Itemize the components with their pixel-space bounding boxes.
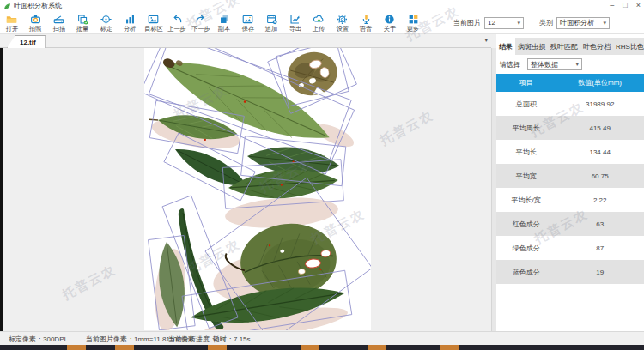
calibrate-target-icon xyxy=(100,14,112,25)
leaf-image[interactable] xyxy=(144,48,371,330)
row-label: 绿色成分 xyxy=(496,236,556,260)
about-info-icon xyxy=(384,14,395,25)
taskbar-item xyxy=(301,345,319,350)
export-chart-icon xyxy=(289,14,301,25)
canvas-left-edge xyxy=(0,48,3,331)
row-label: 平均周长 xyxy=(496,116,556,140)
category-value: 叶面积分析 xyxy=(560,18,594,27)
header-value: 数值(单位mm) xyxy=(556,74,644,92)
results-panel: 结果 病斑虫损 残叶匹配 叶色分档 RHS比色卡 请选择 整体数据 ▾ 项目 数… xyxy=(496,34,644,331)
current-image-select[interactable]: 12 ▾ xyxy=(484,17,524,29)
scanner-icon xyxy=(53,14,64,25)
table-row: 平均长134.44 xyxy=(496,140,644,164)
table-row: 平均周长415.49 xyxy=(496,116,644,140)
undo-arrow-icon xyxy=(172,14,183,25)
redo-arrow-icon xyxy=(195,14,206,25)
analyze-button[interactable]: 分析 xyxy=(118,11,143,34)
about-button[interactable]: 关于 xyxy=(378,11,402,34)
copy-icon xyxy=(219,14,230,25)
export-button[interactable]: 导出 xyxy=(283,11,307,34)
calibrate-button[interactable]: 标定 xyxy=(94,11,118,34)
app-title: 叶面积分析系统 xyxy=(14,1,62,10)
table-row: 红色成分63 xyxy=(496,212,644,236)
more-button[interactable]: 更多 xyxy=(402,11,426,34)
settings-button[interactable]: 设置 xyxy=(331,11,355,34)
analyze-chart-icon xyxy=(125,14,136,25)
tab-rhs-color-card[interactable]: RHS比色卡 xyxy=(613,38,644,55)
taskbar-item xyxy=(368,345,386,350)
taskbar-item xyxy=(67,345,86,350)
image-canvas[interactable] xyxy=(0,48,491,331)
taskbar-sliver xyxy=(0,345,644,350)
camera-icon xyxy=(30,14,41,25)
minimize-button[interactable]: – xyxy=(610,0,614,11)
table-row: 平均宽60.75 xyxy=(496,164,644,188)
tab-list-dropdown-icon[interactable]: ▾ xyxy=(484,37,488,44)
append-calendar-icon xyxy=(266,14,277,25)
current-image-value: 12 xyxy=(488,19,495,27)
save-button[interactable]: 保存 xyxy=(236,11,260,34)
title-bar: 叶面积分析系统 – □ × xyxy=(0,0,644,11)
copy-button[interactable]: 副本 xyxy=(213,11,237,34)
chevron-down-icon: ▾ xyxy=(575,61,579,68)
tab-disease-damage[interactable]: 病斑虫损 xyxy=(515,38,548,55)
table-row: 绿色成分87 xyxy=(496,236,644,260)
tab-results[interactable]: 结果 xyxy=(496,38,515,55)
data-scope-select[interactable]: 整体数据 ▾ xyxy=(527,58,582,70)
chevron-down-icon: ▾ xyxy=(603,20,606,27)
document-tab[interactable]: 12.tif xyxy=(7,35,46,48)
status-bar: 标定像素：300DPI 当前图片像素：1mm=11.81102像素 当前分析进度… xyxy=(0,331,644,345)
tab-residual-leaf-match[interactable]: 残叶匹配 xyxy=(548,38,580,55)
previous-step-button[interactable]: 上一步 xyxy=(166,11,190,34)
current-image-label: 当前图片 xyxy=(453,18,481,27)
data-scope-value: 整体数据 xyxy=(531,60,558,69)
row-label: 蓝色成分 xyxy=(496,260,556,284)
select-label: 请选择 xyxy=(500,60,520,69)
row-label: 平均宽 xyxy=(496,164,556,188)
close-button[interactable]: × xyxy=(636,0,641,11)
results-header-row: 项目 数值(单位mm) xyxy=(496,74,644,92)
taskbar-item xyxy=(440,345,459,350)
photo-button[interactable]: 拍照 xyxy=(24,11,48,34)
chevron-down-icon: ▾ xyxy=(517,20,520,27)
category-select[interactable]: 叶面积分析 ▾ xyxy=(556,17,610,29)
tab-leaf-color-grading[interactable]: 叶色分档 xyxy=(580,38,613,55)
results-panel-tabs: 结果 病斑虫损 残叶匹配 叶色分档 RHS比色卡 xyxy=(496,38,644,55)
open-button[interactable]: 打开 xyxy=(0,11,24,34)
document-tab-strip: 12.tif ▾ xyxy=(0,34,491,48)
open-folder-icon xyxy=(6,14,17,25)
row-value: 134.44 xyxy=(556,140,644,164)
maximize-button[interactable]: □ xyxy=(623,0,627,11)
save-image-icon xyxy=(242,14,253,25)
row-label: 总面积 xyxy=(496,92,556,116)
next-step-button[interactable]: 下一步 xyxy=(189,11,213,34)
scan-button[interactable]: 扫描 xyxy=(47,11,71,34)
voice-mic-icon xyxy=(361,14,372,25)
target-area-button[interactable]: 目标区 xyxy=(142,11,166,34)
toolbar-right: 当前图片 12 ▾ 类别 叶面积分析 ▾ xyxy=(453,11,610,34)
upload-button[interactable]: 上传 xyxy=(307,11,331,34)
row-label: 平均长 xyxy=(496,140,556,164)
settings-gear-icon xyxy=(337,14,348,25)
taskbar-item xyxy=(115,345,134,350)
status-elapsed-time: 耗时：7.15s xyxy=(213,335,251,344)
table-row: 蓝色成分19 xyxy=(496,260,644,284)
row-value: 63 xyxy=(556,212,644,236)
append-button[interactable]: 追加 xyxy=(260,11,284,34)
taskbar-item xyxy=(208,345,227,350)
window-controls: – □ × xyxy=(610,0,641,11)
batch-button[interactable]: 批量 xyxy=(71,11,95,34)
row-label: 平均长/宽 xyxy=(496,188,556,212)
row-value: 31989.92 xyxy=(556,92,644,116)
voice-button[interactable]: 语音 xyxy=(355,11,379,34)
row-value: 87 xyxy=(556,236,644,260)
row-value: 415.49 xyxy=(556,116,644,140)
row-value: 2.22 xyxy=(556,188,644,212)
cloud-upload-icon xyxy=(313,14,325,25)
more-grid-icon xyxy=(408,14,419,25)
row-label: 红色成分 xyxy=(496,212,556,236)
status-calibration: 标定像素：300DPI xyxy=(9,335,66,344)
results-table: 项目 数值(单位mm) 总面积31989.92 平均周长415.49 平均长13… xyxy=(496,74,644,284)
header-item: 项目 xyxy=(496,74,556,92)
category-label: 类别 xyxy=(539,18,553,27)
